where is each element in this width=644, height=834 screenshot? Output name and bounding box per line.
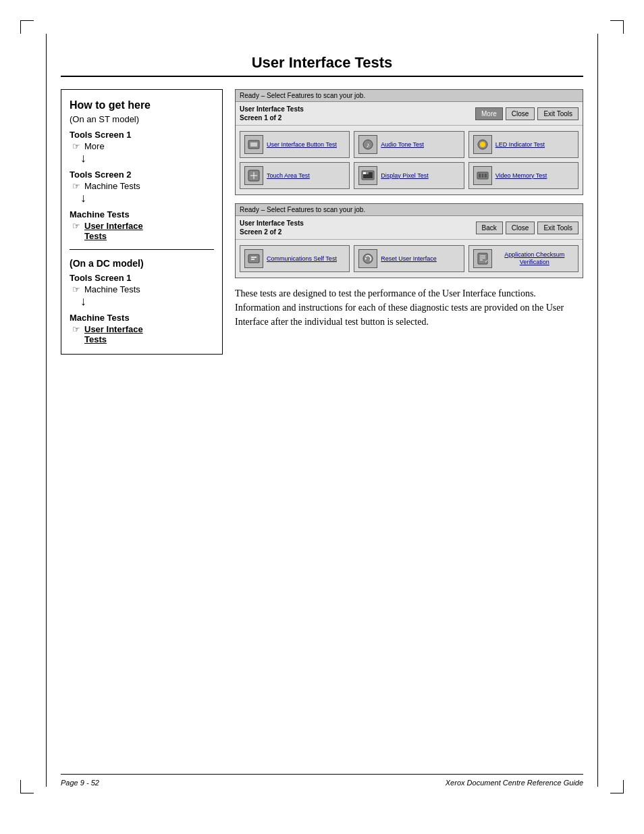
screen1-grid: User Interface Button Test ♪ Audio Tone … — [236, 126, 583, 194]
svg-rect-14 — [479, 174, 487, 178]
finger-icon-1: ☞ — [72, 141, 80, 151]
svg-rect-1 — [250, 142, 257, 147]
touch-area-test-btn[interactable]: Touch Area Test — [240, 162, 350, 189]
svg-rect-11 — [363, 172, 366, 174]
audio-tone-test-icon: ♪ — [358, 135, 377, 154]
display-pixel-test-label: Display Pixel Test — [381, 172, 428, 180]
dc-step2-label: Machine Tests — [70, 313, 214, 323]
ui-button-test-label: User Interface Button Test — [267, 141, 337, 149]
dc-step1-item: ☞ Machine Tests — [72, 284, 214, 294]
screen2-close-button[interactable]: Close — [506, 221, 535, 234]
screen2-header: User Interface Tests Screen 2 of 2 Back … — [236, 216, 583, 240]
st-more-label: More — [84, 141, 105, 151]
display-pixel-test-icon — [358, 166, 377, 185]
finger-icon-5: ☞ — [72, 324, 80, 334]
screen1-close-button[interactable]: Close — [506, 107, 535, 120]
screen2-exit-tools-button[interactable]: Exit Tools — [537, 221, 579, 234]
st-step2-item: ☞ Machine Tests — [72, 181, 214, 191]
screen2-grid: Communications Self Test Reset User Inte… — [236, 240, 583, 278]
st-model-label: (On an ST model) — [70, 114, 214, 124]
reset-ui-test-btn[interactable]: Reset User Interface — [354, 245, 464, 272]
st-step3-label: Machine Tests — [70, 209, 214, 219]
sidebar-divider — [70, 249, 214, 250]
touch-area-test-icon — [244, 166, 263, 185]
display-pixel-test-btn[interactable]: Display Pixel Test — [354, 162, 464, 189]
screen2-title: User Interface Tests Screen 2 of 2 — [240, 219, 304, 236]
screen1-header: User Interface Tests Screen 1 of 2 More … — [236, 102, 583, 126]
touch-area-test-label: Touch Area Test — [267, 172, 310, 180]
margin-line-left — [46, 34, 47, 787]
ui-button-test-btn[interactable]: User Interface Button Test — [240, 131, 350, 158]
screen2-mockup: Ready – Select Features to scan your job… — [235, 203, 583, 278]
audio-tone-test-label: Audio Tone Test — [381, 141, 424, 149]
screen1-status: Ready – Select Features to scan your job… — [236, 90, 583, 102]
page-footer: Page 9 - 52 Xerox Document Centre Refere… — [61, 774, 583, 787]
svg-rect-12 — [366, 172, 369, 174]
arrow-down-3: ↓ — [80, 294, 214, 309]
arrow-down-2: ↓ — [80, 191, 214, 205]
screen1-header-buttons: More Close Exit Tools — [475, 107, 579, 120]
content-columns: How to get here (On an ST model) Tools S… — [61, 89, 583, 355]
screen2-header-buttons: Back Close Exit Tools — [476, 221, 579, 234]
led-indicator-test-btn[interactable]: LED Indicator Test — [468, 131, 579, 158]
screen2-status: Ready – Select Features to scan your job… — [236, 204, 583, 216]
comms-self-test-icon — [244, 249, 263, 268]
audio-tone-test-btn[interactable]: ♪ Audio Tone Test — [354, 131, 464, 158]
video-memory-test-label: Video Memory Test — [495, 172, 547, 180]
corner-mark-bl — [20, 780, 34, 793]
led-indicator-test-icon — [473, 135, 492, 154]
ui-button-test-icon — [244, 135, 263, 154]
video-memory-test-icon — [473, 166, 492, 185]
st-step2-label: Tools Screen 2 — [70, 170, 214, 180]
app-checksum-test-label: Application Checksum Verification — [495, 251, 574, 266]
dc-model-label: (On a DC model) — [70, 258, 214, 269]
footer-doc-title: Xerox Document Centre Reference Guide — [446, 779, 583, 787]
video-memory-test-btn[interactable]: Video Memory Test — [468, 162, 579, 189]
dc-step2-item: ☞ User InterfaceTests — [72, 324, 214, 344]
corner-mark-tl — [20, 20, 34, 34]
st-step1-item: ☞ More — [72, 141, 214, 151]
st-step3-item: ☞ User InterfaceTests — [72, 221, 214, 241]
st-step1-label: Tools Screen 1 — [70, 130, 214, 140]
arrow-down-1: ↓ — [80, 151, 214, 165]
dc-ui-tests-label: User InterfaceTests — [84, 324, 143, 344]
corner-mark-tr — [610, 20, 624, 34]
margin-line-right — [597, 34, 598, 787]
footer-page-number: Page 9 - 52 — [61, 779, 99, 787]
reset-ui-test-icon — [358, 249, 377, 268]
screen2-back-button[interactable]: Back — [476, 221, 503, 234]
finger-icon-4: ☞ — [72, 284, 80, 294]
sidebar-title: How to get here — [70, 99, 214, 111]
svg-point-5 — [480, 142, 485, 147]
led-indicator-test-label: LED Indicator Test — [495, 141, 545, 149]
screen1-more-button[interactable]: More — [475, 107, 503, 120]
svg-rect-17 — [248, 255, 259, 263]
finger-icon-3: ☞ — [72, 221, 80, 231]
dc-step1-label: Tools Screen 1 — [70, 273, 214, 283]
description-text: These tests are designed to test the per… — [235, 286, 583, 329]
st-machine-tests-label: Machine Tests — [84, 181, 140, 191]
app-checksum-test-icon: ✓ — [473, 249, 492, 268]
comms-self-test-btn[interactable]: Communications Self Test — [240, 245, 350, 272]
right-content: Ready – Select Features to scan your job… — [235, 89, 583, 355]
svg-text:♪: ♪ — [367, 141, 370, 149]
corner-mark-br — [610, 780, 624, 793]
svg-text:✓: ✓ — [485, 259, 489, 263]
app-checksum-test-btn[interactable]: ✓ Application Checksum Verification — [468, 245, 579, 272]
page-title: User Interface Tests — [61, 54, 583, 77]
screen1-exit-tools-button[interactable]: Exit Tools — [537, 107, 579, 120]
finger-icon-2: ☞ — [72, 181, 80, 191]
st-ui-tests-label: User InterfaceTests — [84, 221, 143, 241]
left-sidebar: How to get here (On an ST model) Tools S… — [61, 89, 223, 355]
screen1-title: User Interface Tests Screen 1 of 2 — [240, 105, 304, 122]
main-content: User Interface Tests How to get here (On… — [61, 54, 583, 355]
screen1-mockup: Ready – Select Features to scan your job… — [235, 89, 583, 195]
reset-ui-test-label: Reset User Interface — [381, 255, 437, 263]
comms-self-test-label: Communications Self Test — [267, 255, 337, 263]
dc-machine-tests-label: Machine Tests — [84, 284, 140, 294]
